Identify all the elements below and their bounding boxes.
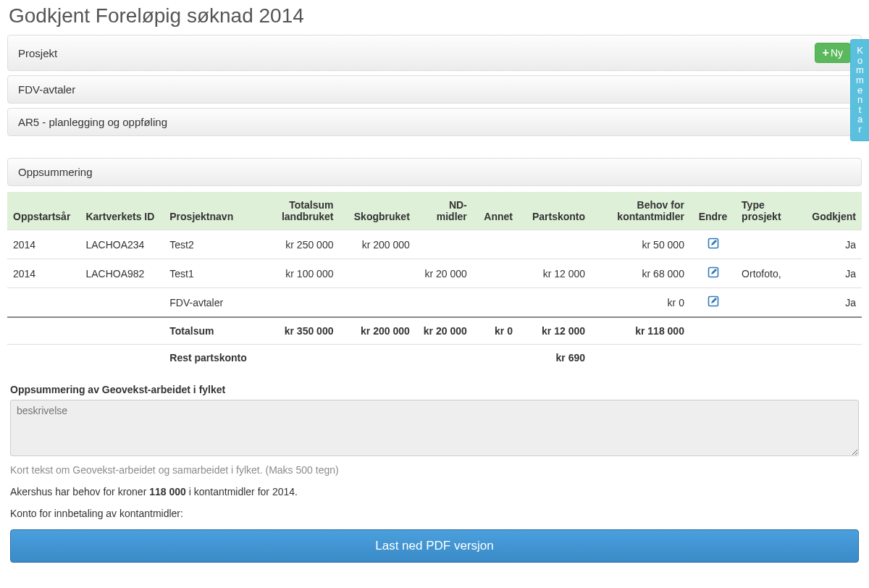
need-line: Akershus har behov for kroner 118 000 i … [10, 486, 859, 497]
panel-prosjekt[interactable]: Prosjekt +Ny [7, 35, 862, 71]
th-land: Totalsum landbruket [263, 192, 339, 230]
th-nd: ND-midler [416, 192, 473, 230]
th-godkjent: Godkjent [801, 192, 862, 230]
th-skog: Skogbruket [339, 192, 415, 230]
account-line: Konto for innbetaling av kontantmidler: [10, 508, 859, 519]
rest-row: Rest partskontokr 690 [7, 345, 862, 371]
need-post: i kontantmidler for 2014. [186, 486, 298, 497]
need-amount: 118 000 [149, 486, 186, 497]
edit-icon[interactable] [708, 295, 719, 307]
panel-fdv[interactable]: FDV-avtaler [7, 75, 862, 104]
panel-ar5-label: AR5 - planlegging og oppføling [18, 116, 167, 128]
kommentar-side-tab[interactable]: Kommentar [850, 39, 869, 141]
summary-table: Oppstartsår Kartverkets ID Prosjektnavn … [7, 192, 862, 371]
download-pdf-button[interactable]: Last ned PDF versjon [10, 529, 859, 563]
new-button-label: Ny [831, 47, 843, 59]
th-parts: Partskonto [519, 192, 591, 230]
th-endre: Endre [690, 192, 736, 230]
description-help: Kort tekst om Geovekst-arbeidet og samar… [10, 464, 859, 476]
need-pre: Akershus har behov for kroner [10, 486, 149, 497]
table-row: 2014LACHOA982Test1kr 100 000kr 20 000kr … [7, 259, 862, 288]
edit-icon[interactable] [708, 266, 719, 278]
table-row: 2014LACHOA234Test2kr 250 000kr 200 000kr… [7, 230, 862, 259]
plus-icon: + [823, 48, 829, 58]
panel-ar5[interactable]: AR5 - planlegging og oppføling [7, 108, 862, 136]
panel-summary-label: Oppsummering [18, 166, 93, 178]
page-title: Godkjent Foreløpig søknad 2014 [9, 4, 860, 28]
th-name: Prosjektnavn [164, 192, 263, 230]
th-startyear: Oppstartsår [7, 192, 80, 230]
table-body: 2014LACHOA234Test2kr 250 000kr 200 000kr… [7, 230, 862, 371]
panel-fdv-label: FDV-avtaler [18, 83, 75, 96]
totals-row: Totalsumkr 350 000kr 200 000kr 20 000kr … [7, 317, 862, 345]
th-kvid: Kartverkets ID [80, 192, 164, 230]
panel-prosjekt-label: Prosjekt [18, 47, 57, 59]
description-label: Oppsummering av Geovekst-arbeidet i fylk… [10, 384, 859, 395]
th-annet: Annet [473, 192, 519, 230]
table-header-row: Oppstartsår Kartverkets ID Prosjektnavn … [7, 192, 862, 230]
description-textarea[interactable] [10, 400, 859, 456]
th-type: Type prosjekt [736, 192, 801, 230]
edit-icon[interactable] [708, 238, 719, 249]
table-row: FDV-avtalerkr 0Ja [7, 288, 862, 318]
th-behov: Behov for kontantmidler [591, 192, 690, 230]
panel-summary[interactable]: Oppsummering [7, 158, 862, 186]
new-project-button[interactable]: +Ny [815, 43, 851, 63]
